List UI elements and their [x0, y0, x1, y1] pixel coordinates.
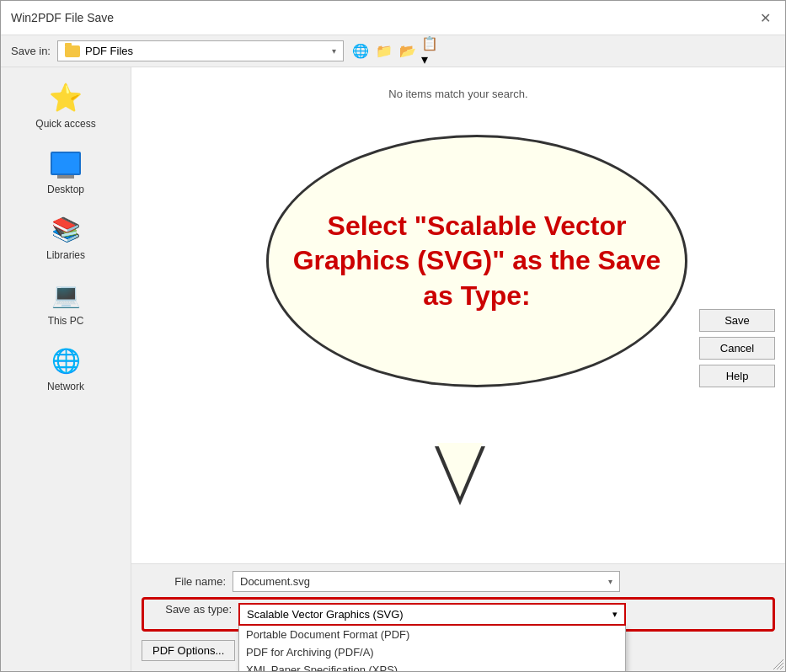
- sidebar-item-network[interactable]: 🌐 Network: [1, 337, 131, 399]
- save-in-label: Save in:: [11, 45, 51, 57]
- quick-access-icon: ⭐: [49, 81, 83, 115]
- web-icon[interactable]: 🌐: [350, 41, 371, 61]
- save-in-dropdown[interactable]: PDF Files ▾: [57, 40, 344, 61]
- file-name-dropdown-icon: ▾: [608, 577, 612, 586]
- sidebar-item-this-pc[interactable]: 💻 This PC: [1, 271, 131, 333]
- libraries-label: Libraries: [46, 249, 85, 261]
- type-option-xps[interactable]: XML Paper Specification (XPS): [239, 661, 625, 671]
- view-icon[interactable]: 📋▾: [421, 41, 441, 61]
- back-icon[interactable]: 📁: [374, 41, 394, 61]
- save-as-type-label: Save as type:: [147, 603, 232, 616]
- cancel-button[interactable]: Cancel: [699, 337, 775, 360]
- libraries-icon: 📚: [49, 212, 83, 246]
- sidebar-item-quick-access[interactable]: ⭐ Quick access: [1, 74, 131, 136]
- sidebar-item-desktop[interactable]: Desktop: [1, 140, 131, 202]
- folder-name: PDF Files: [85, 45, 133, 57]
- file-name-row: File name: Document.svg ▾: [142, 571, 775, 592]
- pdf-options-button[interactable]: PDF Options...: [142, 640, 235, 661]
- folder-icon: [65, 45, 80, 57]
- file-name-input[interactable]: Document.svg ▾: [233, 571, 620, 592]
- svg-line-1: [777, 663, 783, 669]
- main-content: No items match your search. Select "Scal…: [131, 67, 785, 671]
- file-name-label: File name:: [142, 575, 226, 588]
- bottom-bar: File name: Document.svg ▾ Save as type: …: [131, 563, 785, 671]
- this-pc-icon: 💻: [49, 278, 83, 312]
- save-as-type-selected: Scalable Vector Graphics (SVG): [247, 608, 404, 621]
- close-button[interactable]: ✕: [755, 8, 775, 28]
- save-as-type-dropdown[interactable]: Scalable Vector Graphics (SVG) ▾: [238, 603, 626, 626]
- sidebar-item-libraries[interactable]: 📚 Libraries: [1, 205, 131, 268]
- title-bar: Win2PDF File Save ✕: [1, 1, 785, 35]
- network-icon: 🌐: [49, 344, 83, 377]
- save-as-type-wrapper: Scalable Vector Graphics (SVG) ▾ Portabl…: [238, 603, 626, 626]
- nav-icons: 🌐 📁 📂 📋▾: [350, 41, 441, 61]
- network-label: Network: [47, 381, 84, 392]
- this-pc-label: This PC: [48, 315, 84, 327]
- desktop-icon: [49, 147, 83, 180]
- file-area: No items match your search.: [131, 67, 785, 563]
- type-option-pdf[interactable]: Portable Document Format (PDF): [239, 626, 625, 643]
- dialog-title: Win2PDF File Save: [11, 11, 114, 24]
- resize-handle[interactable]: [773, 659, 783, 669]
- desktop-label: Desktop: [47, 184, 84, 195]
- toolbar: Save in: PDF Files ▾ 🌐 📁 📂 📋▾: [1, 35, 785, 67]
- sidebar: ⭐ Quick access Desktop 📚 Libraries 💻 Thi…: [1, 67, 131, 671]
- type-chevron-icon: ▾: [612, 609, 618, 620]
- dropdown-arrow-icon: ▾: [332, 46, 336, 56]
- save-as-type-list: Portable Document Format (PDF) PDF for A…: [238, 626, 626, 671]
- file-name-value: Document.svg: [240, 575, 310, 588]
- svg-line-2: [780, 666, 783, 669]
- up-icon[interactable]: 📂: [398, 41, 418, 61]
- save-button[interactable]: Save: [699, 309, 775, 332]
- dialog-window: Win2PDF File Save ✕ Save in: PDF Files ▾…: [0, 0, 786, 672]
- type-option-pdfa[interactable]: PDF for Archiving (PDF/A): [239, 643, 625, 661]
- help-button[interactable]: Help: [699, 365, 775, 387]
- action-buttons: Save Cancel Help: [699, 309, 775, 387]
- save-as-type-row: Save as type: Scalable Vector Graphics (…: [142, 597, 775, 632]
- no-items-text: No items match your search.: [388, 88, 527, 100]
- quick-access-label: Quick access: [35, 118, 95, 130]
- content-area: ⭐ Quick access Desktop 📚 Libraries 💻 Thi…: [1, 67, 785, 671]
